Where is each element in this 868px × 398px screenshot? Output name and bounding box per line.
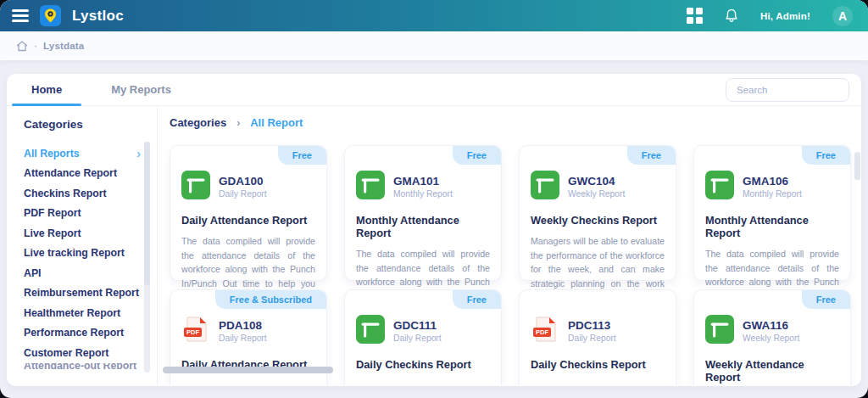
svg-text:PDF: PDF bbox=[536, 328, 548, 336]
hamburger-menu-icon[interactable] bbox=[12, 7, 29, 25]
report-title: Monthly Attendance Report bbox=[705, 214, 839, 239]
card-code-block: GMA101 Monthly Report bbox=[393, 175, 453, 199]
card-code-block: GWC104 Weekly Report bbox=[568, 175, 625, 199]
sidebar-category-label: Live tracking Report bbox=[24, 247, 125, 259]
navbar-right: Hi, Admin! A bbox=[687, 6, 853, 26]
sidebar-category-item[interactable]: Live Report › bbox=[24, 223, 141, 244]
home-icon[interactable] bbox=[16, 41, 28, 52]
breadcrumb-bar: · Lystdata bbox=[0, 31, 868, 60]
card-header: GWC104 Weekly Report bbox=[531, 171, 665, 203]
card-header: GDC111 Daily Report bbox=[356, 315, 490, 347]
breadcrumb-page-label[interactable]: Lystdata bbox=[43, 41, 84, 51]
report-code: GMA106 bbox=[743, 175, 802, 188]
sidebar-category-label: Customer Report bbox=[24, 347, 108, 359]
breadcrumb-categories-link[interactable]: Categories bbox=[170, 116, 226, 129]
card-code-block: GWA116 Weekly Report bbox=[743, 319, 799, 343]
user-avatar[interactable]: A bbox=[832, 6, 853, 26]
report-code: PDC113 bbox=[568, 319, 616, 332]
sheet-icon bbox=[705, 171, 734, 203]
card-code-block: GMA106 Monthly Report bbox=[743, 175, 802, 199]
report-title: Weekly Checkins Report bbox=[531, 214, 665, 227]
sidebar-scrollbar[interactable] bbox=[144, 142, 150, 373]
lystloc-logo[interactable] bbox=[40, 5, 61, 26]
report-card[interactable]: Free bbox=[519, 145, 676, 281]
report-code: GDC111 bbox=[393, 319, 442, 332]
brand-title: Lystloc bbox=[72, 8, 124, 25]
report-title: Monthly Attendance Report bbox=[356, 214, 490, 239]
card-header: GDA100 Daily Report bbox=[181, 171, 315, 203]
sidebar-category-label: Live Report bbox=[24, 227, 81, 239]
sidebar-category-item[interactable]: PDF Report › bbox=[24, 204, 141, 224]
report-title: Weekly Attendance Report bbox=[705, 358, 839, 384]
report-code: PDA108 bbox=[219, 319, 267, 332]
report-card[interactable]: Free bbox=[170, 145, 327, 281]
sidebar-category-item[interactable]: Attendance Report › bbox=[24, 164, 141, 184]
report-code: GWC104 bbox=[568, 175, 625, 188]
navbar-left: Lystloc bbox=[12, 5, 124, 26]
card-code-block: PDC113 Daily Report bbox=[568, 319, 616, 343]
pricing-badge: Free & Subscribed bbox=[215, 290, 326, 309]
sidebar-title: Categories bbox=[24, 118, 157, 131]
vertical-scrollbar[interactable] bbox=[854, 152, 860, 180]
sidebar-category-item[interactable]: Checkins Report › bbox=[24, 183, 141, 204]
sheet-icon bbox=[356, 315, 385, 347]
reports-content: Categories › All Report Free bbox=[158, 106, 861, 385]
pdf-icon: PDF bbox=[531, 315, 559, 347]
sidebar-category-item[interactable]: Live tracking Report › bbox=[24, 244, 141, 264]
sidebar-category-item[interactable]: Performance Report › bbox=[24, 323, 141, 344]
report-title: Daily Attendance Report bbox=[181, 214, 315, 227]
sidebar-category-item[interactable]: Healthmeter Report › bbox=[24, 303, 141, 323]
pricing-badge: Free bbox=[802, 146, 850, 165]
panel-header: Home My Reports bbox=[7, 74, 861, 106]
sheet-icon bbox=[181, 171, 210, 203]
sheet-icon bbox=[356, 171, 385, 203]
sidebar-category-label: PDF Report bbox=[24, 207, 81, 219]
card-header: PDF PDA108 Daily Report bbox=[181, 315, 315, 347]
report-card[interactable]: PDF PDC113 Daily Report Daily Checkins R… bbox=[519, 289, 676, 385]
sidebar-category-item[interactable]: All Reports › bbox=[24, 143, 141, 164]
search-input[interactable] bbox=[726, 78, 849, 102]
sidebar-category-label: API bbox=[24, 267, 42, 279]
pricing-badge: Free bbox=[627, 146, 676, 165]
sidebar-category-item[interactable]: API › bbox=[24, 263, 141, 283]
breadcrumb-separator: · bbox=[34, 40, 37, 52]
pricing-badge: Free bbox=[453, 146, 501, 165]
report-frequency: Daily Report bbox=[568, 334, 616, 343]
notifications-bell-icon[interactable] bbox=[725, 8, 738, 23]
card-header: GMA101 Monthly Report bbox=[356, 171, 490, 203]
report-frequency: Monthly Report bbox=[743, 189, 802, 199]
report-code: GDA100 bbox=[219, 175, 267, 188]
report-code: GWA116 bbox=[743, 319, 799, 332]
report-card[interactable]: Free bbox=[693, 145, 851, 281]
card-code-block: PDA108 Daily Report bbox=[219, 319, 267, 343]
card-code-block: GDA100 Daily Report bbox=[219, 175, 267, 199]
horizontal-scrollbar[interactable] bbox=[163, 367, 333, 373]
report-card[interactable]: Free bbox=[344, 289, 502, 385]
breadcrumb-all-report-link[interactable]: All Report bbox=[250, 116, 303, 129]
sidebar-category-label: Performance Report bbox=[24, 327, 124, 339]
pricing-badge: Free bbox=[802, 290, 850, 309]
main-panel: Home My Reports Categories All Reports › bbox=[7, 74, 861, 386]
top-navbar: Lystloc Hi, Admin! A bbox=[0, 0, 868, 31]
sidebar-category-item[interactable]: Attendance-out Report › bbox=[24, 363, 141, 369]
lystloc-app-window: Lystloc Hi, Admin! A · Lystdata Hom bbox=[0, 0, 868, 398]
sidebar-category-item[interactable]: Reimbursement Report › bbox=[24, 283, 141, 304]
sidebar-category-label: Reimbursement Report bbox=[24, 287, 139, 299]
report-title: Daily Checkins Report bbox=[531, 358, 665, 371]
report-card[interactable]: Free bbox=[693, 289, 851, 385]
svg-text:PDF: PDF bbox=[186, 328, 199, 336]
content-breadcrumb: Categories › All Report bbox=[170, 116, 861, 129]
tab-bar: Home My Reports bbox=[7, 74, 196, 105]
report-card[interactable]: Free bbox=[344, 145, 502, 281]
sidebar-category-item[interactable]: Customer Report › bbox=[24, 343, 141, 363]
card-header: GWA116 Weekly Report bbox=[705, 315, 839, 347]
card-header: GMA106 Monthly Report bbox=[705, 171, 839, 203]
sidebar-category-label: Checkins Report bbox=[24, 188, 107, 199]
report-frequency: Daily Report bbox=[219, 189, 267, 199]
sidebar-category-label: Attendance-out Report bbox=[24, 363, 136, 369]
report-code: GMA101 bbox=[393, 175, 453, 188]
tab-item[interactable]: My Reports bbox=[86, 74, 196, 105]
tab-item[interactable]: Home bbox=[7, 74, 86, 105]
report-frequency: Daily Report bbox=[393, 334, 442, 343]
apps-grid-icon[interactable] bbox=[687, 8, 703, 24]
